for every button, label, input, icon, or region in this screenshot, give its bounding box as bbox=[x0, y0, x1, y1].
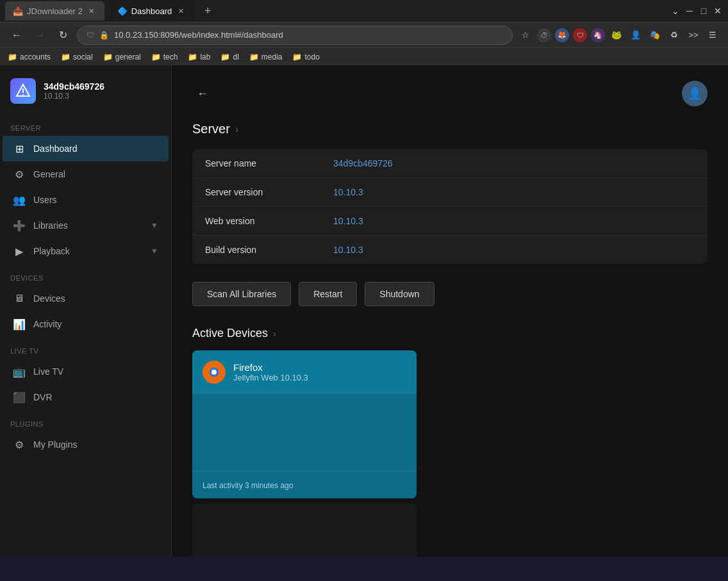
firefox-icon bbox=[203, 361, 226, 384]
sidebar-section-devices: Devices bbox=[0, 264, 171, 286]
forward-nav-button[interactable]: → bbox=[31, 26, 49, 44]
bookmark-dl[interactable]: 📁 dl bbox=[220, 53, 238, 61]
back-nav-button[interactable]: ← bbox=[8, 26, 26, 44]
sidebar-item-general-label: General bbox=[33, 169, 65, 179]
device-card-footer: Last activity 3 minutes ago bbox=[192, 471, 417, 498]
bookmark-dl-label: dl bbox=[233, 53, 238, 61]
sidebar-item-myplugins[interactable]: ⚙ My Plugins bbox=[3, 432, 169, 457]
restart-button[interactable]: Restart bbox=[299, 282, 357, 306]
svg-point-5 bbox=[211, 370, 217, 375]
svg-point-2 bbox=[22, 94, 24, 95]
user-avatar[interactable]: 👤 bbox=[682, 81, 707, 106]
close-button[interactable]: ✕ bbox=[713, 6, 723, 16]
bookmark-tech-label: tech bbox=[163, 53, 178, 61]
back-button[interactable]: ← bbox=[192, 83, 213, 104]
extension-icon1[interactable]: ⏱ bbox=[537, 28, 551, 42]
device-card-firefox[interactable]: Firefox Jellyfin Web 10.10.3 Last activi… bbox=[192, 350, 417, 498]
bookmark-social-label: social bbox=[73, 53, 93, 61]
extension-icon4[interactable]: 🦄 bbox=[591, 28, 605, 42]
server-name-label: Server name bbox=[205, 158, 333, 168]
sidebar-item-libraries[interactable]: ➕ Libraries ▼ bbox=[3, 213, 169, 238]
info-row-build-version: Build version 10.10.3 bbox=[192, 236, 707, 264]
minimize-button[interactable]: ─ bbox=[684, 6, 695, 16]
tab-jdownloader-close[interactable]: ✕ bbox=[87, 6, 97, 16]
bookmark-social[interactable]: 📁 social bbox=[61, 53, 93, 61]
sidebar-item-dashboard-label: Dashboard bbox=[33, 143, 78, 154]
sidebar-server-version: 10.10.3 bbox=[44, 92, 104, 101]
bookmark-accounts[interactable]: 📁 accounts bbox=[8, 53, 51, 61]
folder-icon: 📁 bbox=[188, 53, 197, 61]
livetv-icon: 📺 bbox=[13, 365, 26, 378]
gear-icon: ⚙ bbox=[13, 168, 26, 181]
tab-jdownloader[interactable]: 📥 JDownloader 2 ✕ bbox=[5, 1, 104, 20]
info-row-web-version: Web version 10.10.3 bbox=[192, 207, 707, 236]
bookmark-tech[interactable]: 📁 tech bbox=[151, 53, 178, 61]
tab-dashboard-icon: 🔷 bbox=[117, 6, 128, 16]
server-title-chevron: › bbox=[235, 124, 238, 135]
device-card-header: Firefox Jellyfin Web 10.10.3 bbox=[192, 350, 417, 394]
window-controls: ⌄ ─ □ ✕ bbox=[670, 6, 723, 16]
extension-icon8[interactable]: ♻ bbox=[666, 28, 682, 43]
sidebar-section-plugins: Plugins bbox=[0, 410, 171, 432]
sidebar-item-general[interactable]: ⚙ General bbox=[3, 161, 169, 187]
dvr-icon: ⬛ bbox=[13, 391, 26, 404]
sidebar-item-dvr[interactable]: ⬛ DVR bbox=[3, 384, 169, 410]
server-section-title: Server › bbox=[192, 122, 707, 136]
folder-icon: 📁 bbox=[61, 53, 70, 61]
browser-menu-icon[interactable]: ☰ bbox=[705, 28, 720, 43]
bookmarks-bar: 📁 accounts 📁 social 📁 general 📁 tech 📁 l… bbox=[0, 47, 728, 65]
server-version-value: 10.10.3 bbox=[333, 187, 363, 197]
dashboard-icon: ⊞ bbox=[13, 142, 26, 155]
sidebar-item-users[interactable]: 👥 Users bbox=[3, 187, 169, 213]
sidebar-item-dvr-label: DVR bbox=[33, 392, 53, 402]
new-tab-button[interactable]: + bbox=[199, 2, 217, 20]
sidebar-item-livetv-label: Live TV bbox=[33, 366, 63, 377]
device-info: Firefox Jellyfin Web 10.10.3 bbox=[233, 362, 308, 382]
folder-icon: 📁 bbox=[249, 53, 259, 61]
expand-icon[interactable]: ⌄ bbox=[670, 6, 681, 16]
device-last-activity: Last activity 3 minutes ago bbox=[203, 481, 293, 490]
sidebar-item-devices[interactable]: 🖥 Devices bbox=[3, 286, 169, 311]
browser-chrome: 📥 JDownloader 2 ✕ 🔷 Dashboard ✕ + ⌄ ─ □ … bbox=[0, 0, 728, 65]
sidebar-item-users-label: Users bbox=[33, 195, 57, 205]
tab-dashboard[interactable]: 🔷 Dashboard ✕ bbox=[110, 1, 194, 20]
tab-dashboard-close[interactable]: ✕ bbox=[176, 6, 186, 16]
server-title-text: Server bbox=[192, 122, 230, 136]
sidebar-item-devices-label: Devices bbox=[33, 293, 65, 304]
bookmark-media[interactable]: 📁 media bbox=[249, 53, 283, 61]
build-version-label: Build version bbox=[205, 245, 333, 255]
device-card-body bbox=[192, 394, 417, 471]
address-input[interactable]: 🛡 🔒 10.0.23.150:8096/web/index.html#/das… bbox=[77, 26, 513, 45]
device-browser-name: Firefox bbox=[233, 362, 308, 373]
sidebar-item-playback[interactable]: ▶ Playback ▼ bbox=[3, 238, 169, 264]
bookmark-general[interactable]: 📁 general bbox=[103, 53, 141, 61]
address-icons: ☆ ⏱ 🦊 🛡 🦄 🐸 👤 🎭 ♻ >> ☰ bbox=[518, 28, 720, 43]
extension-icon7[interactable]: 🎭 bbox=[647, 28, 663, 43]
sidebar-item-dashboard[interactable]: ⊞ Dashboard bbox=[3, 136, 169, 161]
bookmark-star-icon[interactable]: ☆ bbox=[518, 28, 533, 43]
chevron-down-icon: ▼ bbox=[151, 247, 158, 256]
extension-icon5[interactable]: 🐸 bbox=[609, 28, 624, 43]
bookmark-todo-label: todo bbox=[304, 53, 319, 61]
sidebar-item-activity[interactable]: 📊 Activity bbox=[3, 311, 169, 337]
bookmark-general-label: general bbox=[115, 53, 141, 61]
bookmark-todo[interactable]: 📁 todo bbox=[292, 53, 319, 61]
reload-button[interactable]: ↻ bbox=[54, 26, 72, 44]
server-name-value: 34d9cb469726 bbox=[333, 158, 393, 168]
plugins-icon: ⚙ bbox=[13, 438, 26, 451]
info-row-server-version: Server version 10.10.3 bbox=[192, 178, 707, 207]
server-version-label: Server version bbox=[205, 187, 333, 197]
maximize-button[interactable]: □ bbox=[699, 6, 709, 16]
extensions-overflow[interactable]: >> bbox=[686, 28, 701, 43]
bookmark-lab-label: lab bbox=[200, 53, 210, 61]
extension-icon3[interactable]: 🛡 bbox=[573, 28, 587, 42]
shutdown-button[interactable]: Shutdown bbox=[365, 282, 434, 306]
extension-icon2[interactable]: 🦊 bbox=[555, 28, 569, 42]
bookmark-lab[interactable]: 📁 lab bbox=[188, 53, 210, 61]
sidebar-item-livetv[interactable]: 📺 Live TV bbox=[3, 359, 169, 384]
scan-all-libraries-button[interactable]: Scan All Libraries bbox=[192, 282, 291, 306]
extension-icon6[interactable]: 👤 bbox=[628, 28, 643, 43]
sidebar-header: 34d9cb469726 10.10.3 bbox=[0, 65, 171, 114]
sidebar-server-info: 34d9cb469726 10.10.3 bbox=[44, 81, 104, 101]
sidebar-item-activity-label: Activity bbox=[33, 319, 62, 329]
